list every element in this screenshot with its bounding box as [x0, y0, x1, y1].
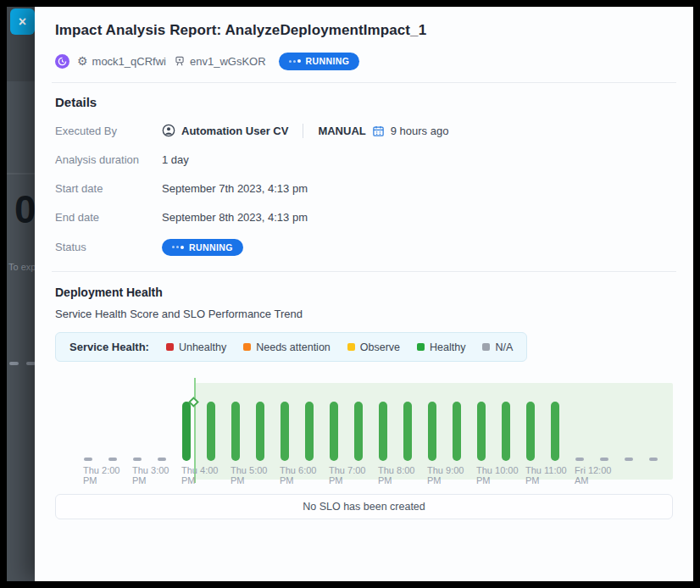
health-bar[interactable]: [379, 402, 387, 461]
legend-swatch-icon: [482, 343, 490, 351]
no-data-stub[interactable]: [625, 458, 633, 461]
health-bar[interactable]: [453, 402, 461, 461]
status-badge-label: RUNNING: [189, 243, 233, 252]
health-bar[interactable]: [354, 402, 363, 461]
legend-label: Needs attention: [256, 341, 331, 353]
backdrop-partial-text: To exp: [8, 262, 36, 272]
no-data-stub[interactable]: [575, 458, 584, 461]
detail-label: Status: [55, 241, 162, 253]
detail-value: 1 day: [162, 153, 189, 166]
detail-value: September 7th 2023, 4:13 pm: [162, 182, 308, 195]
health-bar[interactable]: [231, 402, 240, 461]
x-axis-tick-label: Thu 10:00PM: [476, 465, 519, 485]
detail-value: RUNNING: [162, 239, 243, 257]
x-axis-tick-label: Thu 9:00PM: [427, 465, 464, 485]
backdrop-divider: [7, 173, 36, 175]
health-bar[interactable]: [428, 402, 436, 461]
environment-icon: [174, 55, 186, 67]
service-health-legend: Service Health: UnhealthyNeeds attention…: [55, 332, 527, 362]
service-name: mock1_qCRfwi: [92, 55, 166, 68]
trigger-type: MANUAL: [318, 125, 365, 137]
detail-value: Automation User CV MANUAL 9 hours ago: [162, 124, 448, 138]
legend-title: Service Health:: [69, 341, 149, 353]
detail-row-executed-by: Executed By Automation User CV MANUAL 9 …: [55, 124, 673, 138]
legend-items: UnhealthyNeeds attentionObserveHealthyN/…: [166, 341, 513, 353]
no-data-stub[interactable]: [158, 458, 166, 461]
x-axis-tick-label: Thu 4:00PM: [181, 465, 218, 485]
running-spinner-icon: [289, 59, 301, 63]
x-axis-tick-label: Thu 7:00PM: [329, 465, 365, 485]
user-icon: [162, 124, 175, 137]
legend-label: Healthy: [430, 341, 465, 353]
legend-swatch-icon: [166, 343, 174, 351]
page-title: Impact Analysis Report: AnalyzeDeploymen…: [55, 22, 673, 39]
health-chart: Thu 2:00PMThu 3:00PMThu 4:00PMThu 5:00PM…: [55, 374, 673, 485]
detail-row-status: Status RUNNING: [55, 239, 673, 257]
screen: 0 To exp × Impact Analysis Report: Analy…: [0, 0, 700, 588]
detail-label: Analysis duration: [55, 153, 162, 166]
executed-time-ago: 9 hours ago: [391, 125, 449, 137]
impact-analysis-drawer: Impact Analysis Report: AnalyzeDeploymen…: [35, 7, 693, 581]
legend-item: Unhealthy: [166, 341, 226, 353]
slo-empty-state: No SLO has been created: [55, 494, 673, 519]
x-axis-tick-label: Thu 3:00PM: [132, 465, 169, 485]
details-section: Details Executed By Automation User CV M…: [35, 95, 693, 257]
legend-label: Observe: [360, 341, 400, 353]
legend-label: N/A: [495, 341, 513, 353]
detail-value: September 8th 2023, 4:13 pm: [162, 211, 308, 224]
environment-meta: env1_wGsKOR: [174, 55, 266, 68]
detail-label: End date: [55, 211, 162, 224]
detail-row-end-date: End date September 8th 2023, 4:13 pm: [55, 210, 673, 225]
backdrop-metric-value: 0: [14, 186, 36, 232]
detail-label: Executed By: [55, 125, 162, 137]
detail-label: Start date: [55, 182, 162, 195]
health-bar[interactable]: [330, 402, 338, 461]
executed-by-user: Automation User CV: [181, 125, 288, 137]
legend-label: Unhealthy: [179, 341, 226, 353]
no-data-stub[interactable]: [133, 458, 142, 461]
deployment-health-heading: Deployment Health: [55, 286, 673, 299]
no-data-stub[interactable]: [84, 458, 92, 461]
legend-item: Observe: [347, 341, 400, 353]
drawer-header: Impact Analysis Report: AnalyzeDeploymen…: [35, 7, 693, 82]
legend-swatch-icon: [417, 343, 425, 351]
no-data-stub[interactable]: [600, 458, 608, 461]
health-bar[interactable]: [403, 402, 412, 461]
vertical-divider: [303, 124, 303, 138]
status-badge: RUNNING: [162, 239, 243, 257]
detail-row-start-date: Start date September 7th 2023, 4:13 pm: [55, 181, 673, 196]
section-divider: [52, 271, 676, 272]
x-axis-tick-label: Thu 8:00PM: [378, 465, 414, 485]
health-bar[interactable]: [551, 402, 559, 461]
health-bar[interactable]: [256, 402, 264, 461]
status-badge: RUNNING: [279, 53, 360, 70]
no-data-stub[interactable]: [649, 458, 658, 461]
detail-row-analysis-duration: Analysis duration 1 day: [55, 153, 673, 167]
health-bar[interactable]: [526, 402, 535, 461]
x-axis-tick-label: Thu 6:00PM: [280, 465, 316, 485]
status-badge-label: RUNNING: [306, 57, 350, 66]
x-axis-tick-label: Thu 11:00PM: [525, 465, 567, 485]
section-divider: [52, 82, 676, 83]
legend-swatch-icon: [347, 343, 355, 351]
running-spinner-icon: [172, 246, 184, 249]
deployment-health-subtitle: Service Health Score and SLO Performance…: [55, 308, 673, 320]
health-bar[interactable]: [305, 402, 314, 461]
health-bar[interactable]: [281, 402, 289, 461]
x-axis-tick-label: Fri 12:00AM: [575, 465, 611, 485]
health-bar[interactable]: [207, 402, 215, 461]
health-bar[interactable]: [477, 402, 486, 461]
environment-name: env1_wGsKOR: [190, 55, 266, 68]
legend-item: N/A: [482, 341, 513, 353]
health-bar[interactable]: [502, 402, 510, 461]
details-heading: Details: [55, 95, 673, 109]
calendar-icon: [372, 125, 385, 137]
close-icon[interactable]: ×: [10, 8, 35, 35]
legend-item: Healthy: [417, 341, 465, 353]
page-backdrop: 0 To exp: [7, 7, 36, 581]
health-bar[interactable]: [182, 402, 191, 461]
deployment-icon: [55, 54, 69, 69]
legend-swatch-icon: [243, 343, 251, 351]
no-data-stub[interactable]: [108, 458, 117, 461]
backdrop-chart-stub: [9, 362, 19, 365]
